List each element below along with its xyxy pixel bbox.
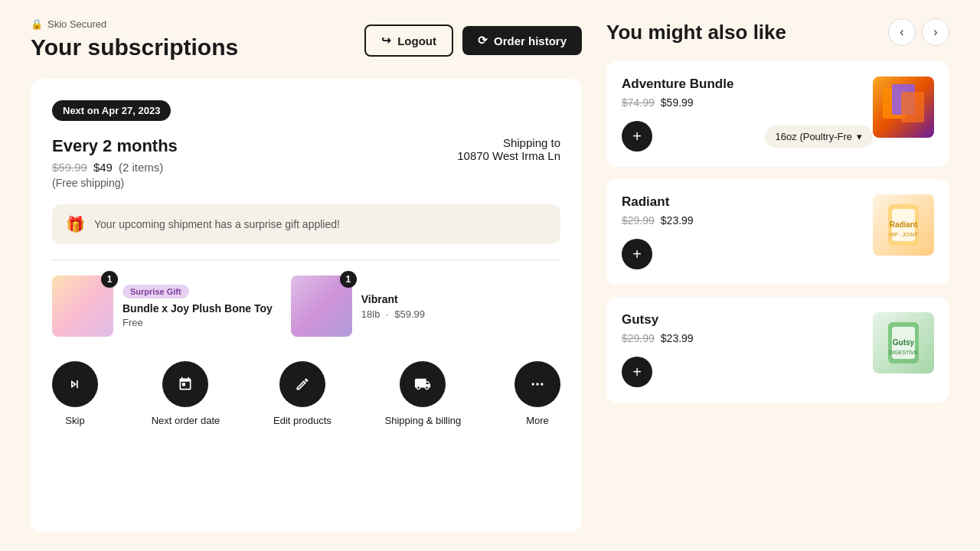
- more-icon-circle: [514, 361, 560, 407]
- product-cards: Adventure Bundle $74.99 $59.99 + 16oz (P…: [606, 61, 949, 403]
- variant-label-adventure: 16oz (Poultry-Fre: [776, 131, 852, 142]
- nav-buttons: ‹ ›: [888, 18, 949, 46]
- price-current: $49: [93, 161, 113, 174]
- dot-separator: ·: [386, 308, 391, 320]
- pricing-row: $59.99 $49 (2 items): [52, 161, 178, 174]
- next-date-badge: Next on Apr 27, 2023: [52, 100, 171, 121]
- surprise-badge: Surprise Gift: [122, 285, 189, 298]
- lock-icon: 🔒: [31, 18, 43, 30]
- next-order-date-button[interactable]: Next order date: [152, 361, 220, 426]
- product-weight-2: 18lb: [361, 308, 381, 320]
- next-order-date-label: Next order date: [152, 415, 220, 426]
- gift-banner: 🎁 Your upcoming shipment has a surprise …: [52, 204, 560, 244]
- frequency-label: Every 2 months: [52, 136, 178, 156]
- next-button[interactable]: ›: [922, 18, 949, 46]
- product-card-adventure: Adventure Bundle $74.99 $59.99 + 16oz (P…: [606, 61, 949, 167]
- action-buttons: Skip Next order date: [52, 358, 560, 426]
- card-image-gutsy: Gutsy DIGESTIVE: [873, 312, 934, 373]
- truck-icon: [414, 376, 431, 393]
- skio-secured: 🔒 Skio Secured: [31, 18, 238, 30]
- edit-products-label: Edit products: [273, 415, 332, 426]
- shipping-billing-label: Shipping & billing: [385, 415, 462, 426]
- svg-text:HIP · JOINT: HIP · JOINT: [889, 232, 918, 237]
- products-divider: [52, 259, 560, 260]
- svg-point-0: [531, 383, 534, 385]
- left-panel: 🔒 Skio Secured Your subscriptions ↪ Logo…: [31, 18, 582, 533]
- order-history-icon: ⟳: [478, 34, 488, 47]
- card-price-orig-gutsy: $29.99: [622, 332, 655, 344]
- skip-label: Skip: [65, 415, 84, 426]
- recommendations-header: You might also like ‹ ›: [606, 18, 949, 46]
- card-bottom-radiant: +: [622, 239, 873, 269]
- calendar-icon: [178, 377, 193, 392]
- card-price-orig-radiant: $29.99: [622, 214, 655, 227]
- product-name-2: Vibrant: [361, 292, 425, 306]
- add-radiant-button[interactable]: +: [622, 239, 652, 269]
- subscription-card: Next on Apr 27, 2023 Every 2 months $59.…: [31, 79, 582, 533]
- product-card-body-radiant: Radiant $29.99 $23.99 +: [622, 194, 873, 269]
- product-image-wrapper-2: 1: [291, 276, 352, 337]
- card-pricing-gutsy: $29.99 $23.99: [622, 332, 873, 344]
- card-name-adventure: Adventure Bundle: [622, 77, 873, 92]
- edit-products-button[interactable]: Edit products: [273, 361, 332, 426]
- svg-point-2: [541, 383, 543, 385]
- subscription-info: Every 2 months $59.99 $49 (2 items) (Fre…: [52, 136, 560, 189]
- order-history-label: Order history: [494, 34, 567, 47]
- shipping-address: 10870 West Irma Ln: [457, 149, 560, 162]
- card-price-orig-adventure: $74.99: [622, 96, 655, 109]
- items-count: (2 items): [119, 161, 163, 174]
- product-item-vibrant: 1 Vibrant 18lb · $59.99: [291, 276, 425, 337]
- products-list: 1 Surprise Gift Bundle x Joy Plush Bone …: [52, 276, 560, 337]
- right-panel: You might also like ‹ › Adventure Bundle…: [606, 18, 949, 533]
- card-pricing-adventure: $74.99 $59.99: [622, 96, 873, 109]
- more-icon: [530, 377, 545, 392]
- card-price-current-gutsy: $23.99: [661, 332, 694, 344]
- top-buttons: ↪ Logout ⟳ Order history: [364, 24, 582, 57]
- top-bar: 🔒 Skio Secured Your subscriptions ↪ Logo…: [31, 18, 582, 60]
- card-bottom-gutsy: +: [622, 357, 873, 387]
- card-name-radiant: Radiant: [622, 194, 873, 210]
- edit-products-icon-circle: [279, 361, 325, 407]
- card-pricing-radiant: $29.99 $23.99: [622, 214, 873, 227]
- brand-area: 🔒 Skio Secured Your subscriptions: [31, 18, 238, 60]
- add-adventure-button[interactable]: +: [622, 121, 652, 152]
- radiant-svg: Radiant HIP · JOINT: [877, 198, 930, 252]
- page-title: Your subscriptions: [31, 34, 238, 60]
- shipping-billing-button[interactable]: Shipping & billing: [385, 361, 462, 426]
- product-info-1: Surprise Gift Bundle x Joy Plush Bone To…: [122, 284, 273, 328]
- svg-text:Radiant: Radiant: [890, 220, 918, 229]
- card-price-current-radiant: $23.99: [661, 214, 694, 227]
- logout-icon: ↪: [381, 34, 391, 47]
- product-card-gutsy: Gutsy $29.99 $23.99 + Gutsy: [606, 297, 949, 403]
- more-button[interactable]: More: [514, 361, 560, 426]
- product-price-1: Free: [122, 317, 273, 328]
- variant-select-adventure[interactable]: 16oz (Poultry-Fre ▾: [765, 126, 873, 148]
- card-image-adventure: [873, 77, 934, 138]
- adventure-svg: [877, 80, 930, 134]
- card-bottom-adventure: + 16oz (Poultry-Fre ▾: [622, 121, 873, 152]
- product-info-2: Vibrant 18lb · $59.99: [361, 292, 425, 319]
- logout-label: Logout: [397, 34, 436, 47]
- skip-button[interactable]: Skip: [52, 361, 98, 426]
- recommendations-title: You might also like: [606, 21, 786, 44]
- product-image-wrapper-1: 1: [52, 276, 113, 337]
- chevron-down-icon-adventure: ▾: [857, 131, 862, 142]
- product-card-radiant: Radiant $29.99 $23.99 + Radiant: [606, 179, 949, 285]
- quantity-badge-2: 1: [340, 271, 357, 288]
- order-history-button[interactable]: ⟳ Order history: [462, 26, 582, 55]
- next-order-date-icon-circle: [162, 361, 208, 407]
- edit-icon: [295, 377, 310, 392]
- logout-button[interactable]: ↪ Logout: [364, 24, 453, 57]
- subscription-left: Every 2 months $59.99 $49 (2 items) (Fre…: [52, 136, 178, 189]
- quantity-badge-1: 1: [101, 271, 118, 288]
- skip-icon-circle: [52, 361, 98, 407]
- secured-label: Skio Secured: [47, 18, 106, 30]
- product-price-2: 18lb · $59.99: [361, 308, 425, 320]
- skip-icon: [67, 377, 83, 392]
- prev-button[interactable]: ‹: [888, 18, 916, 46]
- add-gutsy-button[interactable]: +: [622, 357, 652, 387]
- product-card-body-gutsy: Gutsy $29.99 $23.99 +: [622, 312, 873, 387]
- product-name-1: Bundle x Joy Plush Bone Toy: [122, 302, 273, 315]
- svg-rect-5: [901, 92, 924, 122]
- card-name-gutsy: Gutsy: [622, 312, 873, 328]
